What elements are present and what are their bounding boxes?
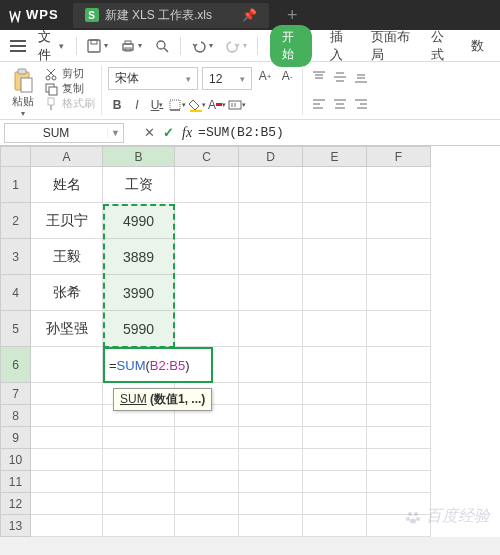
- cell-F3[interactable]: [367, 239, 431, 275]
- decrease-font-button[interactable]: A-: [278, 67, 296, 85]
- col-header-A[interactable]: A: [31, 147, 103, 167]
- accept-formula-button[interactable]: ✓: [163, 125, 174, 140]
- cell-A3[interactable]: 王毅: [31, 239, 103, 275]
- tab-pagelayout[interactable]: 页面布局: [361, 28, 421, 64]
- cell-A11[interactable]: [31, 471, 103, 493]
- cell-E7[interactable]: [303, 383, 367, 405]
- cell-D8[interactable]: [239, 405, 303, 427]
- name-box[interactable]: SUM ▼: [4, 123, 124, 143]
- cell-B11[interactable]: [103, 471, 175, 493]
- redo-button[interactable]: ▾: [219, 35, 253, 57]
- document-tab[interactable]: S 新建 XLS 工作表.xls 📌: [73, 3, 269, 28]
- cut-button[interactable]: 剪切: [44, 66, 95, 81]
- cell-A13[interactable]: [31, 515, 103, 537]
- undo-button[interactable]: ▾: [185, 35, 219, 57]
- cell-E5[interactable]: [303, 311, 367, 347]
- cell-A10[interactable]: [31, 449, 103, 471]
- row-header-8[interactable]: 8: [1, 405, 31, 427]
- cell-E3[interactable]: [303, 239, 367, 275]
- cell-D5[interactable]: [239, 311, 303, 347]
- row-header-11[interactable]: 11: [1, 471, 31, 493]
- cell-A7[interactable]: [31, 383, 103, 405]
- row-header-5[interactable]: 5: [1, 311, 31, 347]
- cell-D12[interactable]: [239, 493, 303, 515]
- col-header-B[interactable]: B: [103, 147, 175, 167]
- increase-font-button[interactable]: A+: [256, 67, 274, 85]
- cell-C1[interactable]: [175, 167, 239, 203]
- cell-F7[interactable]: [367, 383, 431, 405]
- grid[interactable]: ABCDEF1姓名工资2王贝宁49903王毅38894张希39905孙坚强599…: [0, 146, 431, 537]
- cancel-formula-button[interactable]: ✕: [144, 125, 155, 140]
- cell-E1[interactable]: [303, 167, 367, 203]
- cell-F6[interactable]: [367, 347, 431, 383]
- cell-D13[interactable]: [239, 515, 303, 537]
- file-menu[interactable]: 文件▾: [38, 28, 64, 64]
- cell-B3[interactable]: 3889: [103, 239, 175, 275]
- cell-A9[interactable]: [31, 427, 103, 449]
- italic-button[interactable]: I: [128, 96, 146, 114]
- cell-B2[interactable]: 4990: [103, 203, 175, 239]
- cell-A8[interactable]: [31, 405, 103, 427]
- cell-D3[interactable]: [239, 239, 303, 275]
- cell-F1[interactable]: [367, 167, 431, 203]
- cell-A5[interactable]: 孙坚强: [31, 311, 103, 347]
- col-header-D[interactable]: D: [239, 147, 303, 167]
- cell-F4[interactable]: [367, 275, 431, 311]
- border-button[interactable]: ▾: [168, 96, 186, 114]
- cell-E4[interactable]: [303, 275, 367, 311]
- cell-E13[interactable]: [303, 515, 367, 537]
- align-middle-button[interactable]: [330, 69, 350, 85]
- cell-B5[interactable]: 5990: [103, 311, 175, 347]
- row-header-2[interactable]: 2: [1, 203, 31, 239]
- align-right-button[interactable]: [351, 96, 371, 112]
- cell-F8[interactable]: [367, 405, 431, 427]
- select-all-corner[interactable]: [1, 147, 31, 167]
- cell-C4[interactable]: [175, 275, 239, 311]
- cell-B4[interactable]: 3990: [103, 275, 175, 311]
- fill-color-button[interactable]: ▾: [188, 96, 206, 114]
- cell-D2[interactable]: [239, 203, 303, 239]
- save-button[interactable]: ▾: [80, 34, 114, 58]
- row-header-1[interactable]: 1: [1, 167, 31, 203]
- align-bottom-button[interactable]: [351, 69, 371, 85]
- row-header-12[interactable]: 12: [1, 493, 31, 515]
- chevron-down-icon[interactable]: ▼: [107, 128, 123, 138]
- cell-A6[interactable]: [31, 347, 103, 383]
- cell-E6[interactable]: [303, 347, 367, 383]
- cell-D4[interactable]: [239, 275, 303, 311]
- cell-C2[interactable]: [175, 203, 239, 239]
- cell-D10[interactable]: [239, 449, 303, 471]
- row-header-3[interactable]: 3: [1, 239, 31, 275]
- cell-B1[interactable]: 工资: [103, 167, 175, 203]
- tab-start[interactable]: 开始: [270, 25, 313, 67]
- print-preview-button[interactable]: [148, 34, 176, 58]
- cell-E8[interactable]: [303, 405, 367, 427]
- cell-A2[interactable]: 王贝宁: [31, 203, 103, 239]
- cell-C10[interactable]: [175, 449, 239, 471]
- row-header-6[interactable]: 6: [1, 347, 31, 383]
- cell-F9[interactable]: [367, 427, 431, 449]
- cell-C13[interactable]: [175, 515, 239, 537]
- cell-D6[interactable]: [239, 347, 303, 383]
- format-painter-button[interactable]: 格式刷: [44, 96, 95, 111]
- tab-insert[interactable]: 插入: [320, 28, 360, 64]
- cell-C9[interactable]: [175, 427, 239, 449]
- cell-D7[interactable]: [239, 383, 303, 405]
- cell-B10[interactable]: [103, 449, 175, 471]
- cell-F5[interactable]: [367, 311, 431, 347]
- cell-F10[interactable]: [367, 449, 431, 471]
- copy-button[interactable]: 复制: [44, 81, 95, 96]
- cell-C3[interactable]: [175, 239, 239, 275]
- align-center-button[interactable]: [330, 96, 350, 112]
- print-button[interactable]: ▾: [114, 34, 148, 58]
- wrap-button[interactable]: ▾: [228, 96, 246, 114]
- cell-E10[interactable]: [303, 449, 367, 471]
- cell-D9[interactable]: [239, 427, 303, 449]
- cell-E12[interactable]: [303, 493, 367, 515]
- font-size-select[interactable]: 12▾: [202, 67, 252, 90]
- tab-formulas[interactable]: 公式: [421, 28, 461, 64]
- col-header-C[interactable]: C: [175, 147, 239, 167]
- cell-A4[interactable]: 张希: [31, 275, 103, 311]
- cell-E9[interactable]: [303, 427, 367, 449]
- row-header-10[interactable]: 10: [1, 449, 31, 471]
